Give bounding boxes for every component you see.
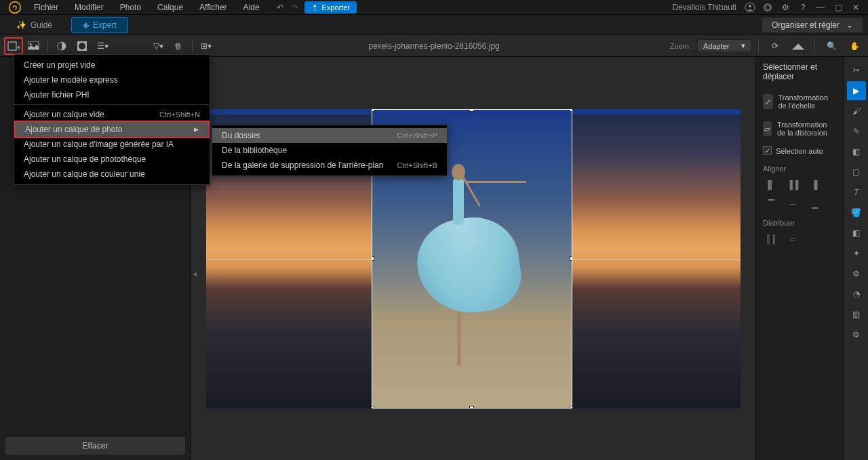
project-add-button[interactable]: + [4,37,23,55]
mode-expert[interactable]: ◈ Expert [71,17,128,33]
align-top[interactable]: ▔ [763,197,779,211]
help-icon[interactable]: ? [796,1,810,14]
clear-button[interactable]: Effacer [5,437,185,455]
svg-point-7 [30,43,32,45]
redo-icon[interactable]: ↷ [288,1,302,14]
username: Devallois Thibault [673,3,737,12]
organize-button[interactable]: Organiser et régler ⌄ [762,18,863,33]
maximize-icon[interactable]: ▢ [831,1,845,14]
ctx-add-empty-layer[interactable]: Ajouter un calque videCtrl+Shift+N [14,107,210,122]
align-right[interactable]: ▕▌ [806,178,823,192]
mask-tool[interactable] [52,37,71,55]
menu-help[interactable]: Aide [237,1,267,14]
distort-icon: ▱ [763,121,772,136]
zoom-select[interactable]: Adapter ▾ [697,39,751,52]
handle-tr[interactable] [570,109,572,112]
hand-tool[interactable]: ✋ [845,37,864,55]
svg-point-0 [9,1,21,13]
align-label: Aligner [763,159,837,175]
crop-tool[interactable]: ✂ [847,61,866,80]
transform-scale-row[interactable]: ⤢ Transformation de l'échelle [763,88,837,115]
handle-br[interactable] [570,406,572,409]
svg-point-10 [79,43,85,49]
mode-guided[interactable]: ✨ Guidé [5,18,63,33]
organize-label: Organiser et régler [772,20,840,30]
zoom-tool[interactable]: 🔍 [822,37,841,55]
checkbox-icon [763,146,772,155]
ctx-add-ai-layer[interactable]: Ajouter un calque d'image générée par IA [14,137,210,152]
transform-distort-row[interactable]: ▱ Transformation de la distorsion [763,115,837,142]
transform-scale-label: Transformation de l'échelle [778,93,837,110]
chevron-down-icon: ⌄ [846,20,853,30]
handle-ml[interactable] [372,256,374,261]
canvas-area: ◂ [191,57,755,460]
svg-point-2 [749,5,751,7]
user-icon[interactable] [743,1,757,14]
handle-bl[interactable] [372,406,374,409]
move-tool[interactable]: ▶ [847,81,866,100]
distribute-label: Distribuer [763,213,837,230]
sliders-tool[interactable]: ⚙ [847,264,866,283]
grid-tool[interactable]: ⊞▾ [197,37,216,55]
gradient-tool[interactable]: ◧ [847,224,866,243]
filter-tool[interactable]: ▽▾ [149,37,167,55]
text-tool[interactable]: T [847,183,866,202]
align-center-v[interactable]: ─ [785,197,801,211]
export-label: Exporter [322,3,351,12]
brush-tool[interactable]: 🖌 [847,102,866,121]
ctx-create-empty[interactable]: Créer un projet vide [14,58,210,72]
submenu-from-library[interactable]: De la bibliothèque [212,143,447,158]
submenu-from-folder[interactable]: Du dossierCtrl+Shift+P [212,128,447,143]
submenu-from-bgremoval[interactable]: De la galerie de suppression de l'arrièr… [212,158,447,173]
chevron-down-icon: ▾ [741,41,745,50]
menu-edit[interactable]: Modifier [68,1,111,14]
handle-tm[interactable] [469,109,474,112]
ctx-add-photo-layer[interactable]: Ajouter un calque de photo▶ [14,121,210,138]
submenu: Du dossierCtrl+Shift+P De la bibliothèqu… [212,125,448,176]
separator [14,104,210,105]
invert-mask-tool[interactable] [73,37,92,55]
distribute-v[interactable]: ═ [785,232,801,246]
clock-tool[interactable]: ◔ [847,285,866,304]
menu-file[interactable]: Fichier [27,1,65,14]
transform-distort-label: Transformation de la distorsion [777,121,837,137]
menu-photo[interactable]: Photo [113,1,148,14]
gear-icon[interactable]: ⚙ [778,1,792,14]
expand-handle[interactable]: ◂ [191,259,198,289]
auto-select-checkbox[interactable]: Sélection auto [763,142,837,159]
close-icon[interactable]: ✕ [849,1,863,14]
ctx-add-phi[interactable]: Ajouter fichier PHI [14,87,210,102]
image-add-button[interactable] [24,37,43,55]
shape-tool[interactable]: ▢ [847,163,866,182]
bell-icon[interactable] [761,1,774,14]
flip-button[interactable]: ◢◣ [789,37,808,55]
list-tool[interactable]: ☰▾ [93,37,112,55]
align-center-h[interactable]: ▐▐ [785,178,801,192]
trash-button[interactable]: 🗑 [169,37,188,55]
handle-mr[interactable] [570,256,572,261]
handle-tl[interactable] [372,109,374,112]
distribute-h[interactable]: ║║ [763,232,779,246]
align-left[interactable]: ▐▏ [763,178,779,192]
handle-bm[interactable] [469,406,474,409]
ctx-add-library-layer[interactable]: Ajouter un calque de photothèque [14,152,210,167]
histogram-tool[interactable]: ▥ [847,305,866,324]
align-bottom[interactable]: ▁ [806,197,823,211]
menu-view[interactable]: Afficher [193,1,233,14]
settings-tool[interactable]: ⚙ [847,325,866,344]
svg-rect-4 [8,42,16,50]
wand-icon: ✨ [16,20,26,30]
auto-select-label: Sélection auto [776,147,823,155]
layers-icon: ◈ [83,20,89,30]
minimize-icon[interactable]: — [814,1,827,14]
rotate-button[interactable]: ⟳ [766,37,785,55]
ctx-add-express[interactable]: Ajouter le modèle express [14,72,210,87]
undo-icon[interactable]: ↶ [273,1,287,14]
fill-tool[interactable]: 🪣 [847,203,866,222]
export-button[interactable]: ⭱ Exporter [304,1,357,14]
sparkle-tool[interactable]: ✦ [847,244,866,263]
menu-layer[interactable]: Calque [151,1,190,14]
ctx-add-solid-layer[interactable]: Ajouter un calque de couleur unie [14,167,210,182]
pencil-tool[interactable]: ✎ [847,122,866,141]
eraser-tool[interactable]: ◧ [847,142,866,161]
